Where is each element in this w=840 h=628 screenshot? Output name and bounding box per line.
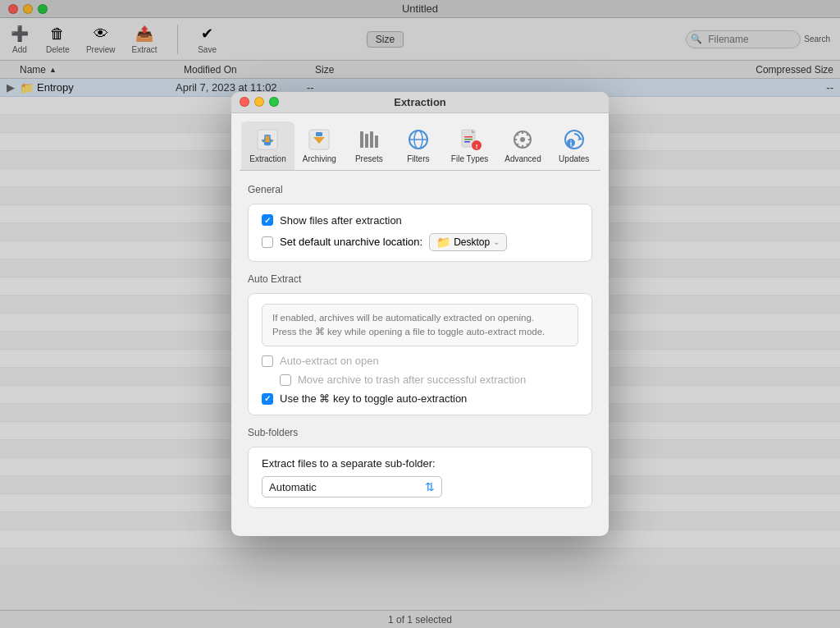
tab-filters[interactable]: Filters — [394, 121, 443, 170]
tab-archiving[interactable]: Archiving — [294, 121, 345, 170]
general-panel: Show files after extraction Set default … — [248, 204, 592, 262]
auto-extract-panel: If enabled, archives will be automatical… — [248, 293, 592, 416]
auto-extract-row: Auto-extract on open — [262, 355, 578, 367]
extraction-tab-label: Extraction — [249, 154, 285, 163]
location-button[interactable]: 📁 Desktop ⌄ — [429, 233, 507, 251]
advanced-tab-label: Advanced — [504, 154, 541, 163]
filetypes-tab-label: File Types — [451, 154, 488, 163]
dropdown-value: Automatic — [269, 481, 317, 493]
svg-point-22 — [520, 137, 525, 142]
extraction-modal: Extraction Extraction — [231, 92, 609, 537]
svg-line-30 — [517, 144, 518, 145]
subfolders-section-header: Sub-folders — [248, 427, 592, 438]
modal-title: Extraction — [394, 96, 446, 108]
auto-extract-label: Auto-extract on open — [280, 355, 379, 367]
svg-line-29 — [527, 134, 528, 135]
extraction-tab-icon — [254, 126, 281, 153]
svg-rect-9 — [370, 131, 373, 148]
cmd-key-label: Use the ⌘ key to toggle auto-extraction — [280, 392, 467, 405]
archiving-tab-label: Archiving — [303, 154, 336, 163]
modal-titlebar: Extraction — [231, 92, 609, 113]
subfolder-dropdown[interactable]: Automatic ⇅ — [262, 476, 442, 497]
presets-tab-icon — [356, 126, 382, 153]
tab-filetypes[interactable]: ! File Types — [443, 121, 496, 170]
tab-advanced[interactable]: Advanced — [496, 121, 549, 170]
tab-bar: Extraction Archiving — [231, 113, 609, 170]
svg-line-28 — [527, 144, 528, 145]
modal-close-button[interactable] — [240, 97, 249, 107]
svg-text:i: i — [569, 140, 572, 148]
modal-min-button[interactable] — [254, 97, 264, 107]
modal-traffic-lights — [240, 97, 279, 107]
dropdown-chevron-icon: ⇅ — [425, 480, 435, 493]
svg-rect-10 — [375, 135, 378, 148]
svg-rect-17 — [464, 139, 472, 140]
set-default-checkbox[interactable] — [262, 236, 273, 248]
subfolder-label: Extract files to a separate sub-folder: — [262, 457, 578, 470]
general-section-header: General — [248, 184, 592, 195]
show-files-checkbox[interactable] — [262, 214, 273, 226]
show-files-row: Show files after extraction — [262, 214, 578, 227]
desktop-folder-icon: 📁 — [436, 236, 450, 249]
modal-max-button[interactable] — [269, 97, 279, 107]
set-default-label: Set default unarchive location: — [280, 236, 422, 248]
filters-tab-label: Filters — [407, 154, 429, 163]
svg-rect-6 — [316, 132, 322, 136]
svg-line-27 — [517, 134, 518, 135]
tab-extraction[interactable]: Extraction — [241, 121, 294, 170]
subfolder-dropdown-row: Automatic ⇅ — [262, 476, 578, 497]
set-default-row: Set default unarchive location: 📁 Deskto… — [262, 233, 578, 251]
tab-presets[interactable]: Presets — [345, 121, 394, 170]
svg-rect-18 — [464, 141, 470, 143]
svg-text:!: ! — [475, 143, 477, 150]
archiving-tab-icon — [306, 126, 332, 153]
auto-extract-description: If enabled, archives will be automatical… — [262, 304, 578, 347]
svg-rect-8 — [365, 134, 368, 148]
svg-marker-32 — [578, 137, 582, 140]
filters-tab-icon — [405, 126, 431, 153]
updates-tab-icon: i — [561, 126, 587, 153]
advanced-tab-icon — [509, 126, 536, 153]
move-trash-checkbox[interactable] — [280, 374, 291, 386]
cmd-key-checkbox[interactable] — [262, 393, 273, 405]
svg-rect-7 — [360, 131, 363, 148]
presets-tab-label: Presets — [355, 154, 383, 163]
filetypes-tab-icon: ! — [457, 126, 483, 153]
svg-rect-16 — [464, 136, 472, 138]
move-trash-label: Move archive to trash after successful e… — [298, 374, 526, 386]
show-files-label: Show files after extraction — [280, 214, 402, 227]
location-chevron-icon: ⌄ — [493, 237, 500, 246]
auto-extract-section-header: Auto Extract — [248, 273, 592, 285]
move-trash-row: Move archive to trash after successful e… — [262, 374, 578, 386]
location-name: Desktop — [454, 236, 490, 248]
cmd-key-row: Use the ⌘ key to toggle auto-extraction — [262, 392, 578, 405]
auto-extract-checkbox[interactable] — [262, 355, 273, 367]
subfolders-panel: Extract files to a separate sub-folder: … — [248, 447, 592, 508]
tab-updates[interactable]: i Updates — [550, 121, 599, 170]
modal-overlay: Extraction Extraction — [0, 0, 840, 628]
updates-tab-label: Updates — [559, 154, 589, 163]
modal-content: General Show files after extraction Set … — [231, 171, 609, 537]
